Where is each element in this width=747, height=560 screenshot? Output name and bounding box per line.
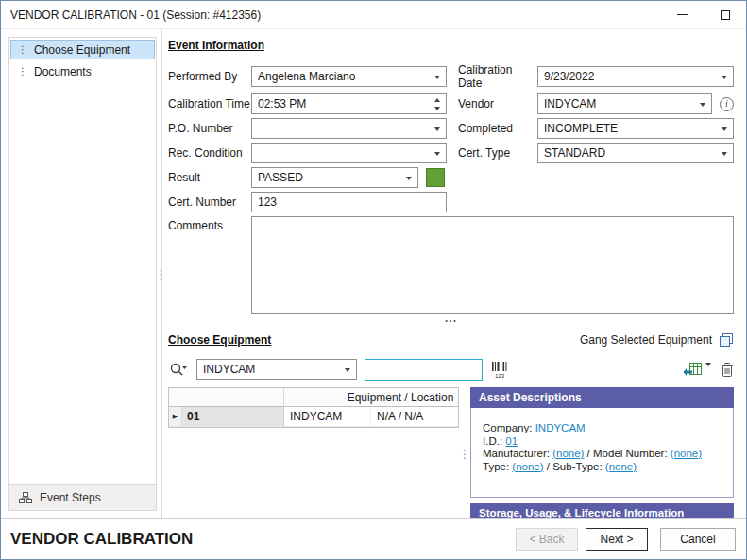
- gang-selected-label: Gang Selected Equipment: [580, 333, 712, 347]
- type-label: Type:: [483, 461, 509, 472]
- next-button[interactable]: Next >: [586, 528, 648, 551]
- equipment-search-input[interactable]: [365, 359, 483, 381]
- company-label: Company:: [483, 422, 532, 433]
- vendor-calibration-dialog: VENDOR CALIBRATION - 01 (Session: #41235…: [0, 0, 747, 560]
- event-steps-button[interactable]: Event Steps: [9, 484, 156, 510]
- sidebar-item-documents[interactable]: ⋮ Documents: [10, 61, 155, 81]
- po-number-label: P.O. Number: [168, 122, 251, 135]
- cert-number-label: Cert. Number: [168, 195, 251, 209]
- po-number-combobox[interactable]: [251, 118, 447, 139]
- comments-textarea[interactable]: [251, 216, 734, 314]
- table-corner-cell[interactable]: [169, 388, 284, 406]
- add-to-grid-button[interactable]: [683, 361, 704, 378]
- cert-type-value: STANDARD: [544, 146, 605, 160]
- separator: /: [547, 461, 550, 472]
- dropdown-arrow-icon[interactable]: [406, 177, 412, 180]
- performed-by-label: Performed By: [168, 70, 251, 83]
- row-selector-icon: ▶: [169, 407, 182, 426]
- calibration-time-spinner[interactable]: 02:53 PM: [251, 93, 447, 114]
- dropdown-arrow-icon[interactable]: [434, 127, 440, 131]
- minimize-icon: [677, 14, 688, 15]
- export-grid-icon: [683, 361, 704, 378]
- row-location-cell: N/A / N/A: [371, 407, 459, 426]
- minimize-button[interactable]: [661, 1, 704, 28]
- grip-icon: ⋮: [18, 45, 27, 55]
- dropdown-arrow-icon[interactable]: [722, 76, 727, 79]
- rec-condition-label: Rec. Condition: [168, 146, 251, 160]
- choose-equipment-header: Choose Equipment Gang Selected Equipment: [168, 332, 734, 348]
- dialog-footer: VENDOR CALIBRATION < Back Next > Cancel: [1, 518, 746, 559]
- calibration-time-label: Calibration Time: [168, 97, 251, 110]
- footer-title: VENDOR CALIBRATION: [10, 530, 193, 549]
- vendor-info-icon[interactable]: [720, 97, 734, 111]
- table-row[interactable]: ▶ 01 INDYCAM N/A / N/A: [169, 407, 459, 427]
- result-label: Result: [168, 171, 251, 184]
- sidebar-item-choose-equipment[interactable]: ⋮ Choose Equipment: [10, 40, 155, 59]
- equipment-location-column-header[interactable]: Equipment / Location: [284, 388, 459, 406]
- equipment-filter-combobox[interactable]: INDYCAM: [196, 359, 357, 380]
- sidebar-item-label: Documents: [34, 65, 92, 78]
- completed-combobox[interactable]: INCOMPLETE: [537, 118, 734, 139]
- result-color-indicator: [426, 168, 445, 187]
- choose-equipment-title: Choose Equipment: [168, 333, 271, 347]
- grip-icon: ⋮: [18, 67, 27, 76]
- dropdown-arrow-icon[interactable]: [722, 152, 727, 156]
- asset-descriptions-body: Company: INDYCAM I.D.: 01 Manufacturer: …: [470, 408, 734, 498]
- type-link[interactable]: (none): [512, 461, 543, 472]
- separator: /: [587, 448, 590, 459]
- rec-condition-combobox[interactable]: [251, 143, 447, 163]
- spinner-buttons: [429, 95, 445, 112]
- result-combobox[interactable]: PASSED: [251, 167, 418, 188]
- calibration-date-combobox[interactable]: 9/23/2022: [537, 66, 734, 87]
- sidebar: ⋮ Choose Equipment ⋮ Documents Event Ste…: [8, 37, 157, 511]
- sidebar-splitter-handle[interactable]: ⋮: [155, 267, 167, 281]
- result-cell: PASSED: [251, 167, 447, 188]
- barcode-digits: 123: [495, 373, 505, 379]
- event-information-title: Event Information: [168, 39, 734, 52]
- company-link[interactable]: INDYCAM: [535, 422, 586, 433]
- result-value: PASSED: [258, 171, 303, 184]
- spinner-up-button[interactable]: [429, 95, 445, 104]
- comments-label: Comments: [168, 216, 251, 232]
- vendor-value: INDYCAM: [544, 97, 596, 110]
- dropdown-arrow-icon[interactable]: [434, 152, 440, 156]
- subtype-link[interactable]: (none): [605, 461, 637, 472]
- search-icon: [168, 361, 189, 378]
- manufacturer-link[interactable]: (none): [552, 448, 584, 459]
- titlebar: VENDOR CALIBRATION - 01 (Session: #41235…: [1, 1, 746, 29]
- performed-by-combobox[interactable]: Angelena Marciano: [251, 66, 447, 87]
- dropdown-arrow-icon[interactable]: [700, 103, 705, 107]
- company-line: Company: INDYCAM: [483, 422, 727, 435]
- cancel-button[interactable]: Cancel: [660, 528, 736, 551]
- back-button[interactable]: < Back: [516, 528, 578, 551]
- completed-label: Completed: [458, 122, 537, 135]
- spinner-down-button[interactable]: [429, 104, 445, 112]
- collapse-handle[interactable]: ...: [168, 314, 734, 324]
- main-content: Event Information Performed By Angelena …: [161, 29, 746, 518]
- id-line: I.D.: 01: [483, 435, 727, 449]
- down-arrow-icon: [434, 107, 440, 110]
- cert-number-input[interactable]: [251, 192, 447, 212]
- model-number-link[interactable]: (none): [671, 448, 702, 459]
- delete-button[interactable]: [721, 362, 734, 378]
- export-dropdown-caret-icon[interactable]: [705, 363, 711, 366]
- calibration-date-value: 9/23/2022: [544, 70, 594, 83]
- performed-by-value: Angelena Marciano: [258, 70, 355, 83]
- asset-descriptions-header[interactable]: Asset Descriptions: [470, 387, 734, 408]
- row-id-cell: 01: [182, 407, 284, 426]
- vendor-label: Vendor: [458, 97, 537, 110]
- event-information-form: Performed By Angelena Marciano Calibrati…: [168, 63, 734, 314]
- search-filter-button[interactable]: [168, 361, 189, 378]
- vendor-combobox[interactable]: INDYCAM: [537, 93, 712, 114]
- barcode-button[interactable]: 123: [490, 361, 509, 379]
- id-link[interactable]: 01: [505, 435, 518, 447]
- dropdown-arrow-icon[interactable]: [722, 127, 727, 131]
- dropdown-arrow-icon[interactable]: [434, 76, 440, 79]
- panel-splitter-handle[interactable]: ⋮: [459, 387, 470, 518]
- maximize-button[interactable]: [704, 1, 746, 28]
- gang-copy-icon: [719, 332, 734, 348]
- dropdown-arrow-icon[interactable]: [345, 368, 350, 372]
- cert-type-combobox[interactable]: STANDARD: [537, 143, 734, 163]
- storage-section-header[interactable]: Storage, Usage, & Lifecycle Information: [470, 503, 734, 518]
- gang-selected-equipment[interactable]: Gang Selected Equipment: [580, 332, 734, 348]
